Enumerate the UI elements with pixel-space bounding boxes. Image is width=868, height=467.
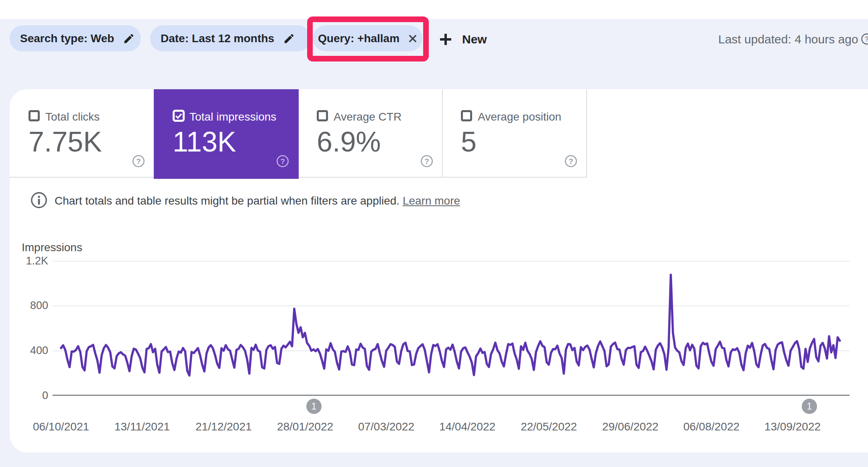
svg-text:1: 1 bbox=[312, 401, 317, 412]
svg-text:1: 1 bbox=[807, 401, 812, 412]
